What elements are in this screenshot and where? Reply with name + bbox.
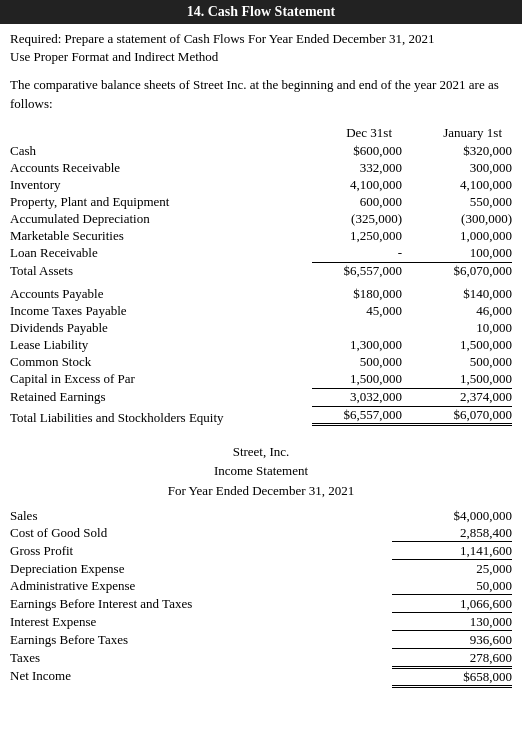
bs-asset-dec: 1,250,000 <box>312 228 412 244</box>
bs-liability-jan: 1,500,000 <box>412 337 512 353</box>
bs-asset-jan: (300,000) <box>412 211 512 227</box>
bs-liability-label: Capital in Excess of Par <box>10 371 312 387</box>
bs-liability-label: Retained Earnings <box>10 389 312 405</box>
is-row: Administrative Expense50,000 <box>10 578 512 595</box>
is-value: 1,141,600 <box>392 543 512 560</box>
title-bar: 14. Cash Flow Statement <box>0 0 522 24</box>
bs-liability-row: Total Liabilities and Stockholders Equit… <box>10 406 512 426</box>
bs-asset-dec: - <box>312 245 412 261</box>
bs-liability-row: Accounts Payable$180,000$140,000 <box>10 286 512 302</box>
is-value: 2,858,400 <box>392 525 512 542</box>
bs-col-jan: January 1st <box>402 125 502 141</box>
bs-liability-row: Dividends Payable10,000 <box>10 320 512 336</box>
is-value: 130,000 <box>392 614 512 631</box>
is-value: 278,600 <box>392 650 512 667</box>
is-label: Earnings Before Interest and Taxes <box>10 596 392 613</box>
bs-asset-jan: 550,000 <box>412 194 512 210</box>
bs-asset-label: Loan Receivable <box>10 245 312 261</box>
bs-asset-dec: (325,000) <box>312 211 412 227</box>
is-value: $4,000,000 <box>392 508 512 524</box>
bs-liability-jan: 1,500,000 <box>412 371 512 387</box>
bs-asset-row: Accounts Receivable332,000300,000 <box>10 160 512 176</box>
bs-asset-dec: 4,100,000 <box>312 177 412 193</box>
bs-liability-jan: 10,000 <box>412 320 512 336</box>
bs-asset-jan: $320,000 <box>412 143 512 159</box>
is-label: Taxes <box>10 650 392 667</box>
income-statement-header: Street, Inc. Income Statement For Year E… <box>10 442 512 501</box>
bs-liability-dec: 500,000 <box>312 354 412 370</box>
bs-liability-jan: 46,000 <box>412 303 512 319</box>
bs-asset-label: Accounts Receivable <box>10 160 312 176</box>
intro-text: The comparative balance sheets of Street… <box>10 76 512 112</box>
bs-liability-dec: 1,500,000 <box>312 371 412 387</box>
is-value: 25,000 <box>392 561 512 577</box>
is-label: Depreciation Expense <box>10 561 392 577</box>
bs-liability-label: Common Stock <box>10 354 312 370</box>
bs-asset-dec: $6,557,000 <box>312 262 412 279</box>
required-line1: Required: Prepare a statement of Cash Fl… <box>10 30 512 48</box>
bs-asset-jan: 300,000 <box>412 160 512 176</box>
bs-liability-label: Accounts Payable <box>10 286 312 302</box>
is-row: Taxes278,600 <box>10 650 512 667</box>
bs-asset-row: Marketable Securities1,250,0001,000,000 <box>10 228 512 244</box>
is-row: Gross Profit1,141,600 <box>10 543 512 560</box>
bs-asset-label: Inventory <box>10 177 312 193</box>
is-label: Gross Profit <box>10 543 392 560</box>
income-company: Street, Inc. <box>10 442 512 462</box>
is-value: 1,066,600 <box>392 596 512 613</box>
bs-asset-jan: $6,070,000 <box>412 262 512 279</box>
bs-asset-dec: 600,000 <box>312 194 412 210</box>
bs-liability-label: Dividends Payable <box>10 320 312 336</box>
bs-asset-jan: 4,100,000 <box>412 177 512 193</box>
is-label: Sales <box>10 508 392 524</box>
bs-liability-label: Lease Liability <box>10 337 312 353</box>
is-label: Net Income <box>10 668 392 688</box>
bs-asset-row: Inventory4,100,0004,100,000 <box>10 177 512 193</box>
bs-asset-row: Cash$600,000$320,000 <box>10 143 512 159</box>
is-row: Cost of Good Sold2,858,400 <box>10 525 512 542</box>
bs-liability-jan: 500,000 <box>412 354 512 370</box>
bs-asset-row: Loan Receivable-100,000 <box>10 245 512 261</box>
is-row: Net Income$658,000 <box>10 668 512 688</box>
bs-asset-dec: 332,000 <box>312 160 412 176</box>
is-value: 50,000 <box>392 578 512 595</box>
bs-asset-label: Total Assets <box>10 263 312 279</box>
income-header1: Income Statement <box>10 461 512 481</box>
bs-liability-dec: $6,557,000 <box>312 406 412 426</box>
bs-liability-label: Total Liabilities and Stockholders Equit… <box>10 410 312 426</box>
bs-liability-label: Income Taxes Payable <box>10 303 312 319</box>
is-label: Administrative Expense <box>10 578 392 595</box>
bs-asset-row: Total Assets$6,557,000$6,070,000 <box>10 262 512 279</box>
bs-asset-label: Property, Plant and Equipment <box>10 194 312 210</box>
bs-asset-label: Accumulated Depreciation <box>10 211 312 227</box>
is-row: Sales$4,000,000 <box>10 508 512 524</box>
bs-asset-jan: 1,000,000 <box>412 228 512 244</box>
bs-liability-row: Lease Liability1,300,0001,500,000 <box>10 337 512 353</box>
is-label: Earnings Before Taxes <box>10 632 392 649</box>
bs-col-dec: Dec 31st <box>302 125 402 141</box>
bs-liability-jan: 2,374,000 <box>412 388 512 405</box>
is-row: Interest Expense130,000 <box>10 614 512 631</box>
bs-liability-row: Common Stock500,000500,000 <box>10 354 512 370</box>
is-row: Earnings Before Interest and Taxes1,066,… <box>10 596 512 613</box>
bs-asset-label: Cash <box>10 143 312 159</box>
is-value: $658,000 <box>392 668 512 688</box>
bs-asset-jan: 100,000 <box>412 245 512 261</box>
income-statement-rows: Sales$4,000,000Cost of Good Sold2,858,40… <box>10 508 512 688</box>
title: 14. Cash Flow Statement <box>187 4 336 19</box>
is-row: Depreciation Expense25,000 <box>10 561 512 577</box>
balance-sheet-assets: Cash$600,000$320,000Accounts Receivable3… <box>10 143 512 279</box>
is-label: Cost of Good Sold <box>10 525 392 542</box>
bs-asset-row: Accumulated Depreciation(325,000)(300,00… <box>10 211 512 227</box>
bs-liability-jan: $6,070,000 <box>412 406 512 426</box>
required-line2: Use Proper Format and Indirect Method <box>10 48 512 66</box>
is-value: 936,600 <box>392 632 512 649</box>
bs-liability-row: Capital in Excess of Par1,500,0001,500,0… <box>10 371 512 387</box>
bs-asset-dec: $600,000 <box>312 143 412 159</box>
income-header2: For Year Ended December 31, 2021 <box>10 481 512 501</box>
bs-liability-dec: 45,000 <box>312 303 412 319</box>
bs-asset-label: Marketable Securities <box>10 228 312 244</box>
bs-liability-dec: 1,300,000 <box>312 337 412 353</box>
is-row: Earnings Before Taxes936,600 <box>10 632 512 649</box>
bs-liability-dec: $180,000 <box>312 286 412 302</box>
